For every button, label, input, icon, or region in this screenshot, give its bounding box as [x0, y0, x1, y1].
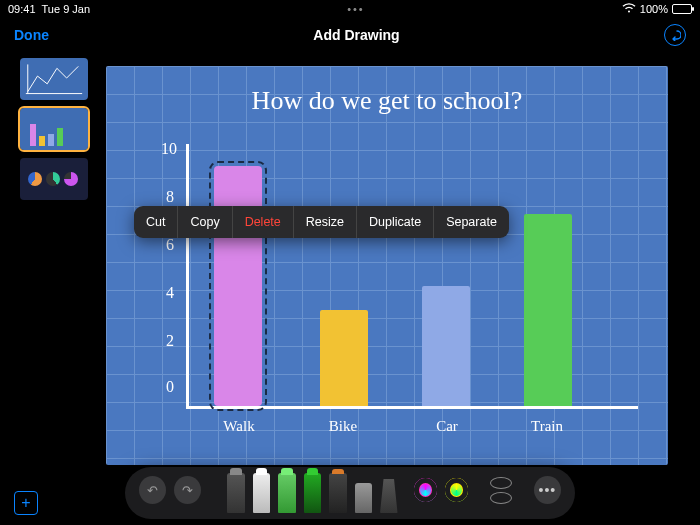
- slide-thumbnail-1[interactable]: 1: [20, 58, 88, 100]
- slide-canvas[interactable]: How do we get to school? 10 8 6 4 2 0 Wa…: [106, 66, 668, 465]
- more-tools-button[interactable]: •••: [534, 476, 561, 504]
- marker-tool[interactable]: [329, 473, 346, 513]
- pen-tool-gray[interactable]: [227, 473, 244, 513]
- battery-icon: [672, 4, 692, 14]
- status-bar: 09:41 Tue 9 Jan ••• 100%: [0, 0, 700, 18]
- slide-thumbnail-3[interactable]: 3: [20, 158, 88, 200]
- bar-walk[interactable]: [214, 166, 262, 406]
- menu-duplicate[interactable]: Duplicate: [357, 206, 434, 238]
- battery-pct: 100%: [640, 3, 668, 15]
- menu-delete[interactable]: Delete: [233, 206, 294, 238]
- y-tick-2: 2: [166, 332, 174, 350]
- status-time: 09:41: [8, 3, 36, 15]
- redo-tool-button[interactable]: ↷: [174, 476, 201, 504]
- page-title: Add Drawing: [49, 27, 664, 43]
- nav-toolbar: Done Add Drawing: [0, 18, 700, 52]
- done-button[interactable]: Done: [14, 27, 49, 43]
- y-tick-0: 0: [166, 378, 174, 396]
- add-slide-button[interactable]: +: [14, 491, 38, 515]
- menu-resize[interactable]: Resize: [294, 206, 357, 238]
- x-label-walk: Walk: [204, 418, 274, 435]
- y-tick-6: 6: [166, 236, 174, 254]
- wifi-icon: [622, 3, 636, 15]
- multitask-indicator[interactable]: •••: [90, 3, 622, 15]
- layers-button[interactable]: [490, 477, 512, 504]
- slide-navigator[interactable]: 1 2 3 +: [0, 52, 96, 525]
- x-label-car: Car: [412, 418, 482, 435]
- pen-tool-white[interactable]: [253, 473, 270, 513]
- bar-car[interactable]: [422, 286, 470, 406]
- x-label-bike: Bike: [308, 418, 378, 435]
- undo-button[interactable]: [664, 24, 686, 46]
- status-date: Tue 9 Jan: [42, 3, 91, 15]
- undo-tool-button[interactable]: ↶: [139, 476, 166, 504]
- context-menu: Cut Copy Delete Resize Duplicate Separat…: [134, 206, 509, 238]
- x-label-train: Train: [512, 418, 582, 435]
- crayon-tool-green[interactable]: [304, 473, 321, 513]
- slide-thumbnail-2[interactable]: 2: [20, 108, 88, 150]
- menu-copy[interactable]: Copy: [178, 206, 232, 238]
- y-tick-10: 10: [161, 140, 177, 158]
- drawing-toolbar: ↶ ↷ •••: [125, 467, 575, 519]
- y-axis: [186, 144, 189, 409]
- bar-bike[interactable]: [320, 310, 368, 406]
- color-picker-2[interactable]: [445, 478, 468, 502]
- y-tick-8: 8: [166, 188, 174, 206]
- color-picker-1[interactable]: [414, 478, 437, 502]
- menu-separate[interactable]: Separate: [434, 206, 509, 238]
- pencil-tool-green[interactable]: [278, 473, 295, 513]
- eraser-tool[interactable]: [355, 483, 372, 513]
- y-tick-4: 4: [166, 284, 174, 302]
- x-axis: [186, 406, 638, 409]
- bar-train[interactable]: [524, 214, 572, 406]
- ruler-tool[interactable]: [380, 479, 397, 513]
- chart-title: How do we get to school?: [106, 86, 668, 116]
- menu-cut[interactable]: Cut: [134, 206, 178, 238]
